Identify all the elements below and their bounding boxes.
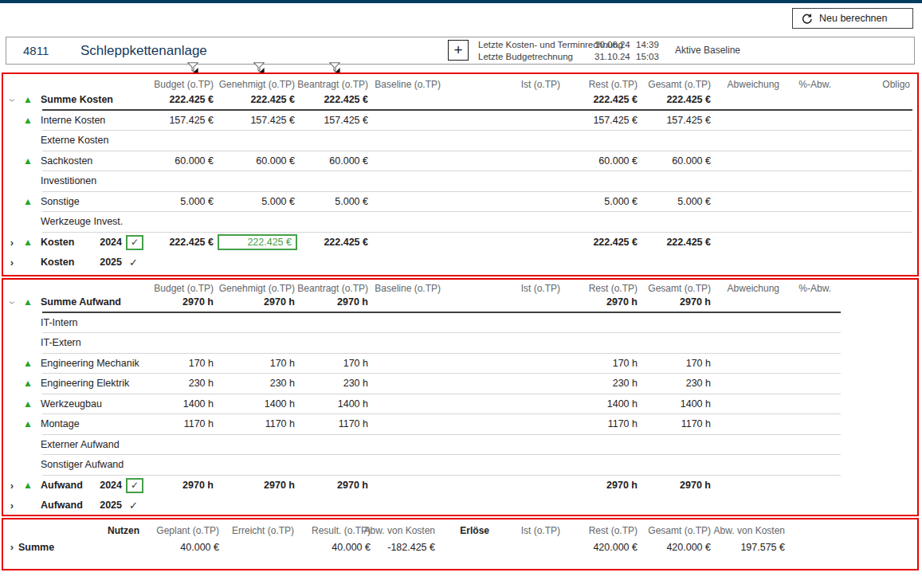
row-label: Montage	[41, 414, 80, 435]
trend-up-icon: ▲	[23, 354, 33, 374]
top-accent-bar	[0, 0, 922, 3]
table-row: Werkzeuge Invest.	[3, 212, 917, 233]
row-label: IT-Intern	[41, 313, 78, 334]
column-filter-icon[interactable]	[187, 62, 198, 73]
row-label: Investitionen	[41, 171, 96, 192]
expand-chevron-icon[interactable]: ›	[6, 496, 18, 516]
expand-chevron-icon[interactable]: ›	[6, 537, 18, 558]
table-row: IT-Intern	[3, 313, 917, 334]
recalculate-label: Neu berechnen	[819, 13, 887, 24]
cell-beantragt: 230 h	[265, 374, 368, 394]
cell-gesamt: 222.425 €	[607, 90, 711, 111]
row-label: Sonstiger Aufwand	[41, 455, 124, 476]
row-year: 2025	[95, 253, 122, 273]
cell-beantragt: 1170 h	[265, 414, 368, 435]
cell-gesamt: 157.425 €	[607, 111, 711, 131]
cell-gesamt: 2970 h	[607, 476, 711, 496]
cell-gesamt: 230 h	[607, 374, 711, 394]
table-row: ▲Engineering Mechanik170 h170 h170 h170 …	[3, 354, 917, 374]
trend-up-icon: ▲	[23, 374, 33, 394]
cell-geplant: 40.000 €	[116, 537, 219, 558]
table-row: ▲Interne Kosten157.425 €157.425 €157.425…	[3, 111, 917, 131]
year-check-icon[interactable]: ✓	[129, 253, 138, 273]
row-label: Kosten	[41, 253, 74, 273]
cell-gesamt: 1170 h	[607, 414, 711, 435]
trend-up-icon: ▲	[23, 111, 33, 131]
table-row: ›Kosten2025✓	[3, 253, 917, 273]
cell-gesamt: 2970 h	[607, 292, 711, 313]
cell-beantragt: 2970 h	[265, 292, 368, 313]
last-cost-calc-time: 14:39	[636, 39, 659, 51]
app-window: Neu berechnen 4811 Schleppkettenanlage +…	[0, 0, 922, 588]
row-label: Externe Kosten	[41, 131, 108, 151]
trend-up-icon: ▲	[23, 151, 33, 172]
collapse-chevron-icon[interactable]: ›	[2, 95, 22, 106]
year-check-icon[interactable]: ✓	[129, 496, 138, 516]
row-label: Aufwand	[41, 496, 83, 516]
row-label: Aufwand	[41, 476, 83, 496]
table-row: ▲Engineering Elektrik230 h230 h230 h230 …	[3, 374, 917, 394]
row-year: 2025	[95, 496, 122, 516]
table-row: Externer Aufwand	[3, 435, 917, 456]
expand-chevron-icon[interactable]: ›	[6, 476, 18, 496]
row-label: Sonstige	[41, 192, 80, 213]
cell-beantragt: 60.000 €	[265, 151, 368, 172]
cell-beantragt: 2970 h	[265, 476, 368, 496]
cell-abw_von_kosten2: 197.575 €	[681, 537, 785, 558]
trend-up-icon: ▲	[23, 292, 33, 313]
trend-up-icon: ▲	[23, 192, 33, 213]
trend-up-icon: ▲	[23, 90, 33, 111]
trend-up-icon: ▲	[23, 233, 33, 253]
project-id: 4811	[23, 37, 49, 64]
aufwand-table: Budget (o.TP)Genehmigt (o.TP)Beantragt (…	[2, 278, 919, 516]
row-label: Summe	[18, 537, 54, 558]
trend-up-icon: ▲	[23, 394, 33, 415]
table-row: ›Summe40.000 €40.000 €-182.425 €420.000 …	[3, 537, 917, 558]
cell-gesamt: 60.000 €	[607, 151, 711, 172]
table-row: ›▲Summe Kosten222.425 €222.425 €222.425 …	[3, 90, 917, 111]
column-filter-icon[interactable]	[329, 62, 340, 73]
table-row: ▲Sachkosten60.000 €60.000 €60.000 €60.00…	[3, 151, 917, 172]
cell-abw_von_kosten: -182.425 €	[332, 537, 435, 558]
table-row: ▲Sonstige5.000 €5.000 €5.000 €5.000 €5.0…	[3, 192, 917, 213]
add-button[interactable]: +	[448, 40, 469, 61]
expand-chevron-icon[interactable]: ›	[6, 233, 18, 253]
calc-times: 14:39 15:03	[636, 39, 659, 63]
kosten-table: Budget (o.TP)Genehmigt (o.TP)Beantragt (…	[2, 73, 919, 276]
collapse-chevron-icon[interactable]: ›	[2, 297, 22, 308]
cell-gesamt: 222.425 €	[607, 233, 711, 253]
table-row: Sonstiger Aufwand	[3, 455, 917, 476]
trend-up-icon: ▲	[23, 476, 33, 496]
trend-up-icon: ▲	[23, 414, 33, 435]
cell-beantragt: 222.425 €	[265, 90, 368, 111]
table-row: Investitionen	[3, 171, 917, 192]
expand-chevron-icon[interactable]: ›	[6, 253, 18, 273]
table-row: ›Aufwand2025✓	[3, 496, 917, 516]
nutzen-table: NutzenGeplant (o.TP)Erreicht (o.TP)Resul…	[2, 518, 919, 570]
row-label: Werkzeuge Invest.	[41, 212, 123, 233]
last-budget-calc-date: 31.10.24	[594, 51, 630, 63]
cell-budget: 222.425 €	[110, 233, 214, 253]
row-label: Externer Aufwand	[41, 435, 120, 456]
row-label: Summe Aufwand	[41, 292, 121, 313]
column-filter-icon[interactable]	[253, 62, 265, 73]
cell-gesamt: 5.000 €	[607, 192, 711, 213]
project-title: Schleppkettenanlage	[80, 37, 207, 64]
row-label: IT-Extern	[41, 333, 81, 354]
row-label: Interne Kosten	[41, 111, 105, 131]
cell-gesamt: 1400 h	[607, 394, 711, 415]
table-row: IT-Extern	[3, 333, 917, 354]
cell-gesamt: 170 h	[607, 354, 711, 374]
recalculate-button[interactable]: Neu berechnen	[792, 8, 913, 29]
plus-icon: +	[453, 41, 462, 58]
table-row: ›▲Aufwand2024✓2970 h2970 h2970 h2970 h29…	[3, 476, 917, 496]
row-label: Summe Kosten	[41, 90, 113, 111]
table-row: ›▲Summe Aufwand2970 h2970 h2970 h2970 h2…	[3, 292, 917, 313]
calc-dates: 10.06.24 31.10.24	[594, 39, 630, 63]
table-row: ›▲Kosten2024✓222.425 €222.425 €222.425 €…	[3, 233, 917, 253]
row-label: Werkzeugbau	[41, 394, 102, 415]
row-label: Kosten	[41, 233, 74, 253]
table-row: ▲Werkzeugbau1400 h1400 h1400 h1400 h1400…	[3, 394, 917, 415]
active-baseline-label: Aktive Baseline	[675, 37, 740, 64]
cell-beantragt: 1400 h	[265, 394, 368, 415]
